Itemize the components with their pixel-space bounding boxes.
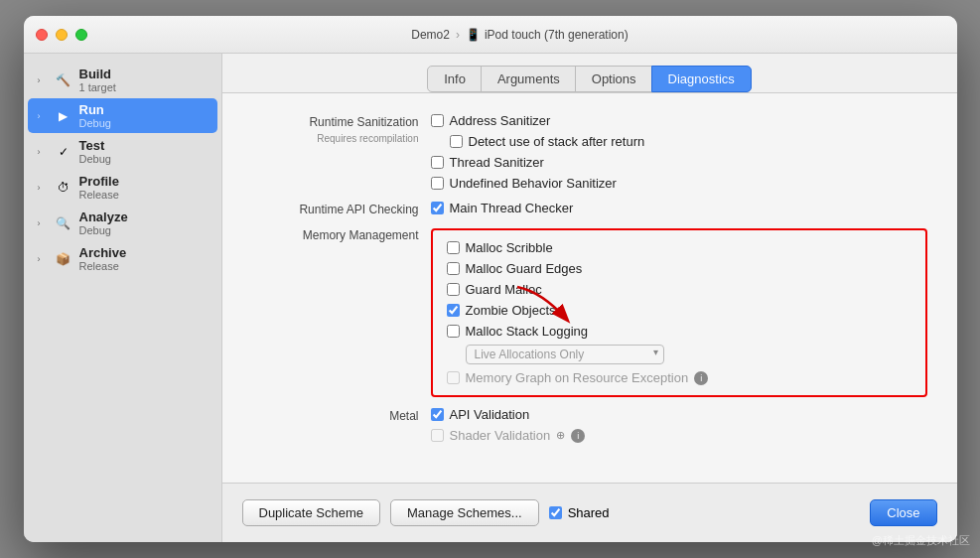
test-sub: Debug	[79, 153, 111, 165]
breadcrumb-demo2: Demo2	[411, 28, 450, 42]
sidebar-item-run[interactable]: › ▶ Run Debug	[28, 98, 217, 133]
shader-validation-checkbox[interactable]	[431, 429, 444, 442]
sidebar-item-build[interactable]: › 🔨 Build 1 target	[28, 63, 217, 97]
detect-stack-label: Detect use of stack after return	[469, 134, 645, 149]
shader-validation-row: Shader Validation ⊕ i	[431, 428, 927, 443]
detect-stack-checkbox[interactable]	[450, 135, 463, 148]
memory-graph-info-icon[interactable]: i	[694, 371, 708, 385]
build-sub: 1 target	[79, 81, 116, 93]
zombie-objects-label: Zombie Objects	[466, 303, 556, 318]
build-icon: 🔨	[56, 72, 71, 88]
sidebar-item-analyze[interactable]: › 🔍 Analyze Debug	[28, 206, 217, 240]
memory-box: Malloc Scribble Malloc Guard Edges Guard…	[431, 228, 927, 397]
sidebar: › 🔨 Build 1 target › ▶ Run Debug › ✓	[24, 54, 222, 542]
malloc-scribble-checkbox[interactable]	[447, 241, 460, 254]
profile-text: Profile Release	[79, 174, 119, 201]
shared-row: Shared	[549, 505, 610, 520]
malloc-stack-logging-row: Malloc Stack Logging	[447, 324, 911, 339]
analyze-sub: Debug	[79, 224, 128, 236]
expand-icon-run: ›	[38, 111, 48, 121]
expand-icon-profile: ›	[38, 183, 48, 193]
thread-sanitizer-checkbox[interactable]	[431, 156, 444, 169]
undefined-behavior-label: Undefined Behavior Sanitizer	[450, 176, 617, 191]
main-thread-checker-row: Main Thread Checker	[431, 201, 927, 215]
malloc-scribble-label: Malloc Scribble	[466, 240, 553, 255]
test-icon: ✓	[56, 144, 71, 160]
expand-icon-analyze: ›	[38, 218, 48, 228]
manage-schemes-button[interactable]: Manage Schemes...	[390, 499, 539, 526]
address-sanitizer-checkbox[interactable]	[431, 114, 444, 127]
run-label: Run	[79, 102, 111, 117]
api-validation-checkbox[interactable]	[431, 408, 444, 421]
shared-checkbox[interactable]	[549, 506, 562, 519]
bottom-bar: Duplicate Scheme Manage Schemes... Share…	[222, 483, 957, 542]
tab-diagnostics[interactable]: Diagnostics	[651, 66, 752, 92]
runtime-api-label: Runtime API Checking	[252, 201, 431, 216]
malloc-dropdown-wrapper: All Allocations and Free History Live Al…	[466, 345, 664, 364]
malloc-stack-logging-checkbox[interactable]	[447, 325, 460, 338]
thread-sanitizer-label: Thread Sanitizer	[450, 155, 544, 170]
sidebar-item-archive[interactable]: › 📦 Archive Release	[28, 241, 217, 276]
tab-options[interactable]: Options	[575, 66, 653, 92]
profile-sub: Release	[79, 189, 119, 201]
sidebar-item-profile[interactable]: › ⏱ Profile Release	[28, 170, 217, 205]
malloc-guard-edges-label: Malloc Guard Edges	[466, 261, 583, 276]
memory-graph-checkbox[interactable]	[447, 371, 460, 384]
close-button[interactable]: Close	[870, 499, 936, 526]
malloc-guard-edges-checkbox[interactable]	[447, 262, 460, 275]
address-sanitizer-row: Address Sanitizer	[431, 113, 927, 128]
watermark: @稀土掘金技术社区	[872, 533, 970, 548]
main-thread-checker-label: Main Thread Checker	[450, 201, 574, 215]
memory-box-inner: Malloc Scribble Malloc Guard Edges Guard…	[447, 240, 911, 385]
thread-sanitizer-row: Thread Sanitizer	[431, 155, 927, 170]
duplicate-scheme-button[interactable]: Duplicate Scheme	[242, 499, 381, 526]
shared-label: Shared	[568, 505, 610, 520]
guard-malloc-label: Guard Malloc	[466, 282, 542, 297]
content-area: Info Arguments Options Diagnostics Runti…	[222, 54, 957, 542]
analyze-text: Analyze Debug	[79, 209, 128, 236]
close-window-button[interactable]	[36, 29, 48, 41]
runtime-sanitization-controls: Address Sanitizer Detect use of stack af…	[431, 113, 927, 191]
guard-malloc-row: Guard Malloc	[447, 282, 911, 297]
archive-text: Archive Release	[79, 245, 127, 272]
api-validation-label: API Validation	[450, 407, 530, 422]
main-window: Demo2 › 📱 iPod touch (7th generation) › …	[24, 16, 957, 542]
live-allocations-dropdown[interactable]: All Allocations and Free History Live Al…	[466, 345, 664, 364]
test-text: Test Debug	[79, 138, 111, 165]
guard-malloc-checkbox[interactable]	[447, 283, 460, 296]
expand-icon-archive: ›	[38, 254, 48, 264]
run-text: Run Debug	[79, 102, 111, 129]
malloc-stack-logging-label: Malloc Stack Logging	[466, 324, 589, 339]
breadcrumb-sep1: ›	[456, 28, 460, 42]
detect-stack-row: Detect use of stack after return	[431, 134, 927, 149]
shader-plus-icon: ⊕	[556, 429, 565, 442]
metal-label: Metal	[252, 407, 431, 423]
runtime-api-controls: Main Thread Checker	[431, 201, 927, 215]
shader-validation-label: Shader Validation	[450, 428, 551, 443]
tab-arguments[interactable]: Arguments	[481, 66, 577, 92]
memory-management-row: Memory Management	[252, 226, 927, 397]
main-content: › 🔨 Build 1 target › ▶ Run Debug › ✓	[24, 54, 957, 542]
sidebar-item-test[interactable]: › ✓ Test Debug	[28, 134, 217, 169]
minimize-window-button[interactable]	[56, 29, 68, 41]
maximize-window-button[interactable]	[75, 29, 87, 41]
zombie-objects-checkbox[interactable]	[447, 304, 460, 317]
expand-icon-test: ›	[38, 147, 48, 157]
tab-info[interactable]: Info	[427, 66, 483, 92]
run-sub: Debug	[79, 117, 111, 129]
profile-icon: ⏱	[56, 180, 71, 196]
api-validation-row: API Validation	[431, 407, 927, 422]
undefined-behavior-checkbox[interactable]	[431, 177, 444, 190]
shader-info-icon[interactable]: i	[571, 429, 585, 443]
build-label: Build	[79, 67, 116, 81]
expand-icon-build: ›	[38, 75, 48, 85]
title-bar-center: Demo2 › 📱 iPod touch (7th generation)	[95, 28, 945, 42]
runtime-sanitization-label: Runtime Sanitization Requires recompilat…	[252, 113, 431, 146]
malloc-dropdown-row: All Allocations and Free History Live Al…	[447, 345, 911, 364]
main-thread-checker-checkbox[interactable]	[431, 202, 444, 214]
address-sanitizer-label: Address Sanitizer	[450, 113, 551, 128]
metal-controls: API Validation Shader Validation ⊕ i	[431, 407, 927, 443]
metal-row: Metal API Validation Shader Validation ⊕…	[252, 407, 927, 443]
analyze-icon: 🔍	[56, 215, 71, 231]
build-text: Build 1 target	[79, 67, 116, 93]
